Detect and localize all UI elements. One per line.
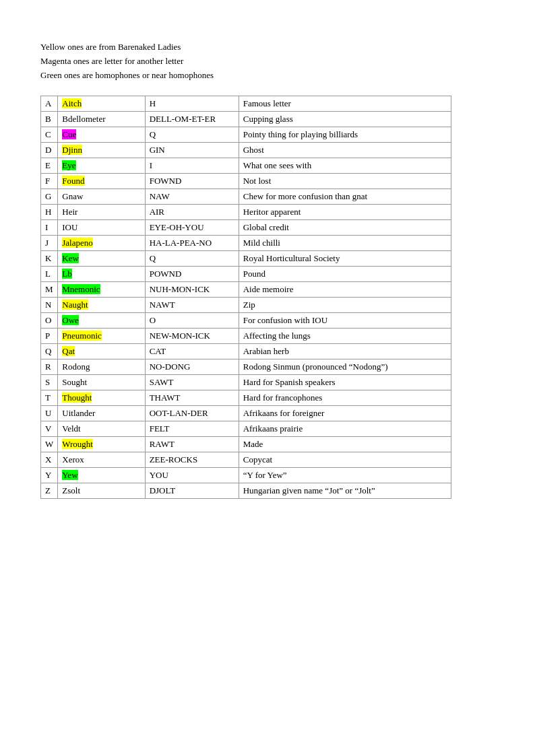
pronunciation-cell: FOWND bbox=[145, 174, 239, 189]
description-cell: Afrikaans for foreigner bbox=[239, 406, 451, 421]
letter-cell: M bbox=[41, 282, 58, 298]
word-cell: Djinn bbox=[58, 143, 145, 158]
word-cell: IOU bbox=[58, 220, 145, 236]
table-row: NNaughtNAWTZip bbox=[41, 298, 451, 313]
letter-cell: O bbox=[41, 313, 58, 329]
description-cell: Zip bbox=[239, 298, 451, 313]
table-row: QQatCATArabian herb bbox=[41, 344, 451, 359]
word-cell: Sought bbox=[58, 375, 145, 390]
letter-cell: W bbox=[41, 437, 58, 452]
pronunciation-cell: O bbox=[145, 313, 239, 329]
pronunciation-cell: Q bbox=[145, 251, 239, 267]
description-cell: For confusion with IOU bbox=[239, 313, 451, 329]
table-row: AAitchHFamous letter bbox=[41, 96, 451, 112]
word-cell: Heir bbox=[58, 205, 145, 220]
pronunciation-cell: I bbox=[145, 158, 239, 174]
pronunciation-cell: CAT bbox=[145, 344, 239, 359]
table-row: ZZsoltDJOLTHungarian given name “Jot” or… bbox=[41, 483, 451, 499]
pronunciation-cell: FELT bbox=[145, 421, 239, 437]
pronunciation-cell: THAWT bbox=[145, 390, 239, 406]
letter-cell: Y bbox=[41, 468, 58, 483]
intro-line2: Magenta ones are letter for another lett… bbox=[40, 55, 495, 69]
letter-cell: J bbox=[41, 236, 58, 251]
letter-cell: H bbox=[41, 205, 58, 220]
letter-cell: U bbox=[41, 406, 58, 421]
pronunciation-cell: NAW bbox=[145, 189, 239, 205]
table-row: VVeldtFELTAfrikaans prairie bbox=[41, 421, 451, 437]
word-cell: Naught bbox=[58, 298, 145, 313]
alphabet-table: AAitchHFamous letterBBdellometerDELL-OM-… bbox=[40, 96, 451, 499]
word-cell: Found bbox=[58, 174, 145, 189]
pronunciation-cell: NUH-MON-ICK bbox=[145, 282, 239, 298]
description-cell: Not lost bbox=[239, 174, 451, 189]
description-cell: Made bbox=[239, 437, 451, 452]
description-cell: Pound bbox=[239, 267, 451, 282]
table-row: SSoughtSAWTHard for Spanish speakers bbox=[41, 375, 451, 390]
pronunciation-cell: NAWT bbox=[145, 298, 239, 313]
letter-cell: D bbox=[41, 143, 58, 158]
table-row: IIOUEYE-OH-YOUGlobal credit bbox=[41, 220, 451, 236]
table-row: KKewQRoyal Horticultural Society bbox=[41, 251, 451, 267]
letter-cell: N bbox=[41, 298, 58, 313]
description-cell: What one sees with bbox=[239, 158, 451, 174]
table-row: XXeroxZEE-ROCKSCopycat bbox=[41, 452, 451, 468]
word-cell: Cue bbox=[58, 127, 145, 143]
pronunciation-cell: OOT-LAN-DER bbox=[145, 406, 239, 421]
table-row: PPneumonicNEW-MON-ICKAffecting the lungs bbox=[41, 329, 451, 344]
pronunciation-cell: DELL-OM-ET-ER bbox=[145, 112, 239, 127]
letter-cell: V bbox=[41, 421, 58, 437]
word-cell: Uitlander bbox=[58, 406, 145, 421]
table-row: HHeirAIRHeritor apparent bbox=[41, 205, 451, 220]
description-cell: Royal Horticultural Society bbox=[239, 251, 451, 267]
pronunciation-cell: POWND bbox=[145, 267, 239, 282]
letter-cell: I bbox=[41, 220, 58, 236]
description-cell: Copycat bbox=[239, 452, 451, 468]
letter-cell: X bbox=[41, 452, 58, 468]
description-cell: Aide memoire bbox=[239, 282, 451, 298]
table-row: WWroughtRAWTMade bbox=[41, 437, 451, 452]
letter-cell: R bbox=[41, 359, 58, 375]
pronunciation-cell: DJOLT bbox=[145, 483, 239, 499]
word-cell: Pneumonic bbox=[58, 329, 145, 344]
pronunciation-cell: SAWT bbox=[145, 375, 239, 390]
table-row: UUitlanderOOT-LAN-DERAfrikaans for forei… bbox=[41, 406, 451, 421]
pronunciation-cell: YOU bbox=[145, 468, 239, 483]
table-row: MMnemonicNUH-MON-ICKAide memoire bbox=[41, 282, 451, 298]
table-row: OOweOFor confusion with IOU bbox=[41, 313, 451, 329]
pronunciation-cell: NEW-MON-ICK bbox=[145, 329, 239, 344]
letter-cell: B bbox=[41, 112, 58, 127]
table-row: EEyeIWhat one sees with bbox=[41, 158, 451, 174]
description-cell: Hard for francophones bbox=[239, 390, 451, 406]
table-row: TThoughtTHAWTHard for francophones bbox=[41, 390, 451, 406]
intro-line3: Green ones are homophones or near homoph… bbox=[40, 69, 495, 83]
pronunciation-cell: RAWT bbox=[145, 437, 239, 452]
intro-line1: Yellow ones are from Barenaked Ladies bbox=[40, 40, 495, 55]
table-row: GGnawNAWChew for more confusion than gna… bbox=[41, 189, 451, 205]
description-cell: Famous letter bbox=[239, 96, 451, 112]
description-cell: Rodong Sinmun (pronounced “Nodong”) bbox=[239, 359, 451, 375]
word-cell: Qat bbox=[58, 344, 145, 359]
letter-cell: P bbox=[41, 329, 58, 344]
table-row: CCueQPointy thing for playing billiards bbox=[41, 127, 451, 143]
word-cell: Lb bbox=[58, 267, 145, 282]
letter-cell: L bbox=[41, 267, 58, 282]
letter-cell: G bbox=[41, 189, 58, 205]
table-row: DDjinnGINGhost bbox=[41, 143, 451, 158]
letter-cell: F bbox=[41, 174, 58, 189]
intro-text: Yellow ones are from Barenaked Ladies Ma… bbox=[40, 40, 495, 82]
word-cell: Gnaw bbox=[58, 189, 145, 205]
word-cell: Yew bbox=[58, 468, 145, 483]
letter-cell: S bbox=[41, 375, 58, 390]
table-row: YYewYOU“Y for Yew” bbox=[41, 468, 451, 483]
table-row: LLbPOWNDPound bbox=[41, 267, 451, 282]
description-cell: Chew for more confusion than gnat bbox=[239, 189, 451, 205]
description-cell: Ghost bbox=[239, 143, 451, 158]
letter-cell: K bbox=[41, 251, 58, 267]
description-cell: Heritor apparent bbox=[239, 205, 451, 220]
word-cell: Jalapeno bbox=[58, 236, 145, 251]
description-cell: Hungarian given name “Jot” or “Jolt” bbox=[239, 483, 451, 499]
word-cell: Owe bbox=[58, 313, 145, 329]
word-cell: Xerox bbox=[58, 452, 145, 468]
word-cell: Thought bbox=[58, 390, 145, 406]
letter-cell: A bbox=[41, 96, 58, 112]
